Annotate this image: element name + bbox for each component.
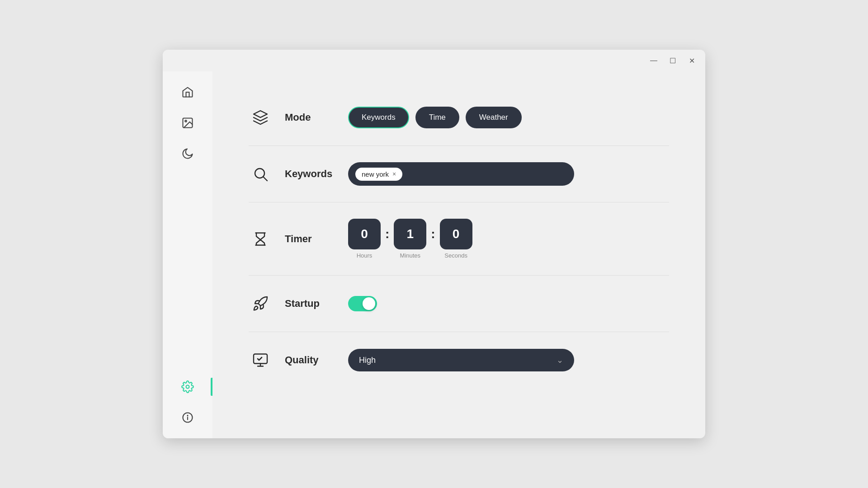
timer-colon-2: : (429, 227, 437, 241)
hourglass-icon (252, 231, 269, 247)
timer-label: Timer (285, 233, 348, 245)
svg-point-7 (255, 169, 264, 178)
timer-row: Timer 0 Hours : 1 Minutes : (249, 202, 669, 276)
mode-buttons: Keywords Time Weather (348, 107, 522, 128)
timer-icon-container (249, 227, 272, 251)
timer-control: 0 Hours : 1 Minutes : 0 Seconds (348, 219, 669, 259)
timer-colon-1: : (383, 227, 391, 241)
mode-label: Mode (285, 112, 348, 123)
timer-container: 0 Hours : 1 Minutes : 0 Seconds (348, 219, 472, 259)
timer-hours-unit: 0 Hours (348, 219, 381, 259)
settings-content: Mode Keywords Time Weather K (212, 71, 705, 438)
startup-toggle[interactable] (348, 296, 377, 311)
svg-marker-6 (254, 111, 267, 117)
timer-seconds-unit: 0 Seconds (440, 219, 472, 259)
sidebar-item-settings[interactable] (174, 373, 201, 400)
info-icon (181, 411, 194, 424)
timer-seconds-value[interactable]: 0 (440, 219, 472, 249)
main-content: Mode Keywords Time Weather K (163, 71, 705, 438)
quality-value: High (359, 356, 376, 365)
home-icon (181, 86, 194, 99)
startup-label: Startup (285, 298, 348, 310)
sidebar-item-home[interactable] (174, 79, 201, 106)
moon-icon (181, 147, 194, 160)
mode-btn-keywords[interactable]: Keywords (348, 107, 409, 128)
quality-icon-container (249, 348, 272, 372)
sidebar-item-night[interactable] (174, 140, 201, 167)
svg-point-2 (186, 385, 189, 389)
layers-icon (252, 109, 269, 126)
titlebar: — ☐ ✕ (163, 50, 705, 71)
quality-icon (252, 352, 269, 368)
sidebar-item-gallery[interactable] (174, 109, 201, 136)
timer-seconds-label: Seconds (444, 252, 467, 259)
minimize-button[interactable]: — (647, 54, 660, 67)
startup-row: Startup (249, 276, 669, 332)
quality-dropdown[interactable]: High ⌄ (348, 349, 574, 371)
timer-minutes-label: Minutes (400, 252, 421, 259)
mode-row: Mode Keywords Time Weather (249, 89, 669, 146)
sidebar (163, 71, 212, 438)
keywords-icon-container (249, 162, 272, 186)
maximize-button[interactable]: ☐ (666, 54, 679, 67)
timer-hours-value[interactable]: 0 (348, 219, 381, 249)
rocket-icon (252, 296, 269, 312)
timer-minutes-value[interactable]: 1 (394, 219, 426, 249)
mode-btn-weather[interactable]: Weather (466, 107, 522, 128)
startup-icon-container (249, 292, 272, 315)
quality-row: Quality High ⌄ (249, 332, 669, 388)
timer-minutes-unit: 1 Minutes (394, 219, 426, 259)
mode-icon-container (249, 106, 272, 129)
keywords-control: new york × (348, 162, 669, 186)
startup-control (348, 296, 669, 311)
keywords-input-container[interactable]: new york × (348, 162, 574, 186)
sidebar-item-info[interactable] (174, 404, 201, 431)
app-window: — ☐ ✕ (163, 50, 705, 438)
settings-icon (181, 380, 194, 393)
gallery-icon (181, 117, 194, 129)
chevron-down-icon: ⌄ (557, 355, 563, 365)
close-button[interactable]: ✕ (685, 54, 698, 67)
keywords-row: Keywords new york × (249, 146, 669, 202)
svg-line-8 (264, 177, 267, 181)
keyword-tag-value: new york (362, 170, 389, 178)
mode-control: Keywords Time Weather (348, 107, 669, 128)
keyword-remove-btn[interactable]: × (392, 171, 396, 177)
toggle-thumb (363, 297, 375, 310)
mode-btn-time[interactable]: Time (415, 107, 459, 128)
search-icon (252, 166, 269, 182)
keywords-label: Keywords (285, 168, 348, 180)
svg-point-1 (185, 120, 187, 122)
keyword-tag-newyork: new york × (355, 168, 402, 181)
quality-control: High ⌄ (348, 349, 669, 371)
quality-label: Quality (285, 354, 348, 366)
timer-hours-label: Hours (357, 252, 373, 259)
